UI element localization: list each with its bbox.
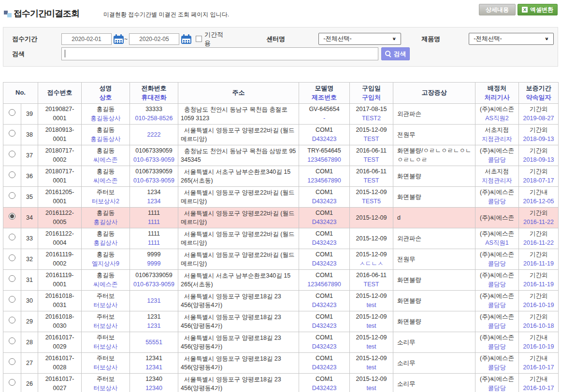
mobile-link[interactable]: 12340 [132,384,175,392]
purchase-place-link[interactable]: TEST [352,176,390,185]
purchase-place-link[interactable]: test [352,384,390,392]
date-from-input[interactable] [61,33,112,45]
promise-date-link[interactable]: 2018-07-17 [521,176,556,185]
purchase-place-link[interactable]: test [352,363,390,372]
table-row[interactable]: 3820180913-0001홍길동홍길동상사2222서울특별시 영등포구 양평… [3,125,559,145]
mobile-link[interactable]: 1111 [132,238,175,248]
serial-link[interactable]: D432423 [302,342,347,351]
table-row[interactable]: 3220161119-0002홍길동엘지상사999999999서울특별시 영등포… [3,249,559,270]
row-select-radio[interactable] [9,171,15,178]
serial-link[interactable]: D432423 [302,322,347,331]
promise-date-link[interactable]: 2019-08-27 [521,114,556,123]
row-select-radio[interactable] [9,151,15,157]
promise-date-link[interactable]: 2018-09-13 [521,135,556,144]
serial-link[interactable]: 1234567890 [302,155,347,165]
serial-link[interactable]: D432423 [302,259,347,268]
mobile-link[interactable]: 1111 [132,218,175,227]
search-input[interactable] [61,47,378,60]
calendar-icon[interactable] [181,34,191,44]
mobile-link[interactable]: 1231 [132,322,175,331]
mobile-link[interactable]: 12341 [132,363,175,372]
technician-link[interactable]: 콜담당 [478,363,516,372]
mobile-link[interactable]: 1231 [132,296,175,306]
purchase-place-link[interactable]: ㅅㄷㄴㅅ [352,259,390,268]
row-select-radio[interactable] [9,296,15,303]
product-select[interactable]: -전체선택- ∨ [469,33,554,45]
company-link[interactable]: 엘지상사9 [84,259,127,268]
company-link[interactable]: 씨에스존 [84,155,127,165]
mobile-link[interactable]: 010-6733-9059 [132,176,175,185]
purchase-place-link[interactable]: TEST5 [352,197,390,206]
technician-link[interactable]: AS직원1 [478,238,516,248]
company-link[interactable]: 홍길동상사 [84,135,127,144]
serial-link[interactable]: 1234567890 [302,280,347,289]
purchase-place-link[interactable]: TEST [352,135,390,144]
mobile-link[interactable]: 010-6733-9059 [132,155,175,165]
company-link[interactable]: 터보상사 [84,301,127,310]
serial-link[interactable]: D432423 [302,135,347,144]
company-link[interactable]: 씨에스존 [84,176,127,185]
technician-link[interactable]: 콜담당 [478,322,516,331]
table-row[interactable]: 2620161017-0027주터보터보상사1234012340서울특별시 영등… [3,374,559,392]
company-link[interactable]: 홍길상사 [84,238,127,248]
table-row[interactable]: 3020161018-0031주터보터보상사1231서울특별시 영등포구 양평로… [3,291,559,311]
row-select-radio[interactable] [9,192,15,199]
serial-link[interactable]: D432423 [302,301,347,310]
purchase-place-link[interactable]: TEST [352,155,390,165]
table-row[interactable]: 2920161018-0030주터보터보상사12311231서울특별시 영등포구… [3,311,559,332]
serial-link[interactable]: - [302,114,347,123]
purchase-place-link[interactable]: test [352,342,390,351]
row-select-radio[interactable] [9,130,15,137]
serial-link[interactable]: D432423 [302,197,347,206]
table-row[interactable]: 3420161122-0005홍길동홍길상사11111111서울특별시 영등포구… [3,208,559,228]
mobile-link[interactable]: 1234 [132,197,175,206]
detail-button[interactable]: 상세내용 [479,4,516,15]
promise-date-link[interactable]: 2016-11-19 [521,280,556,289]
table-row[interactable]: 3520161205-0001주터보터보상사212341234서울특별시 영등포… [3,187,559,208]
company-link[interactable]: 터보상사 [84,342,127,351]
purchase-place-link[interactable]: TEST [352,280,390,289]
technician-link[interactable]: 콜담당 [478,259,516,268]
center-select[interactable]: -전체선택- ∨ [318,33,401,45]
mobile-link[interactable]: 55551 [132,338,175,347]
table-row[interactable]: 3120161119-0001홍길동씨에스존01067339059010-673… [3,270,559,291]
promise-date-link[interactable]: 2016-10-18 [521,322,556,331]
company-link[interactable]: 홍길상사 [84,218,127,227]
technician-link[interactable]: 콜담당 [478,301,516,310]
serial-link[interactable]: D432423 [302,238,347,248]
row-select-radio[interactable] [9,317,15,323]
technician-link[interactable]: 지점관리자 [478,176,516,185]
row-select-radio[interactable] [9,254,15,261]
row-select-radio[interactable] [9,275,15,282]
company-link[interactable]: 홍길동상사 [84,114,127,123]
technician-link[interactable]: 콜담당 [478,197,516,206]
purchase-place-link[interactable]: TEST2 [352,114,390,123]
company-link[interactable]: 터보상사 [84,322,127,331]
company-link[interactable]: 터보상사 [84,384,127,392]
serial-link[interactable]: D432423 [302,218,347,227]
technician-link[interactable]: 지점관리자 [478,135,516,144]
row-select-radio[interactable] [9,213,15,220]
row-select-radio[interactable] [9,337,15,344]
table-row[interactable]: 2820161017-0029주터보터보상사55551서울특별시 영등포구 양평… [3,332,559,353]
mobile-link[interactable]: 010-6733-9059 [132,280,175,289]
company-link[interactable]: 터보상사2 [84,197,127,206]
technician-link[interactable]: 콜담당 [478,342,516,351]
mobile-link[interactable]: 9999 [132,259,175,268]
promise-date-link[interactable]: 2016-11-22 [521,238,556,248]
period-apply-checkbox[interactable] [196,36,202,42]
promise-date-link[interactable]: 2016-11-19 [521,259,556,268]
technician-link[interactable]: AS직원2 [478,114,516,123]
table-row[interactable]: 3920190827-0001홍길동홍길동상사33333010-258-8526… [3,104,559,125]
table-row[interactable]: 3620180717-0001홍길동씨에스존01067339059010-673… [3,166,559,187]
row-select-radio[interactable] [9,234,15,240]
promise-date-link[interactable]: 2016-10-19 [521,342,556,351]
promise-date-link[interactable]: 2016-11-22 [521,218,556,227]
serial-link[interactable]: D432423 [302,384,347,392]
promise-date-link[interactable]: 2016-12-05 [521,197,556,206]
company-link[interactable]: 터보상사 [84,363,127,372]
table-row[interactable]: 3320161122-0004홍길동홍길상사11111111서울특별시 영등포구… [3,228,559,249]
promise-date-link[interactable]: 2016-10-17 [521,384,556,392]
row-select-radio[interactable] [9,109,15,116]
promise-date-link[interactable]: 2018-09-13 [521,155,556,165]
